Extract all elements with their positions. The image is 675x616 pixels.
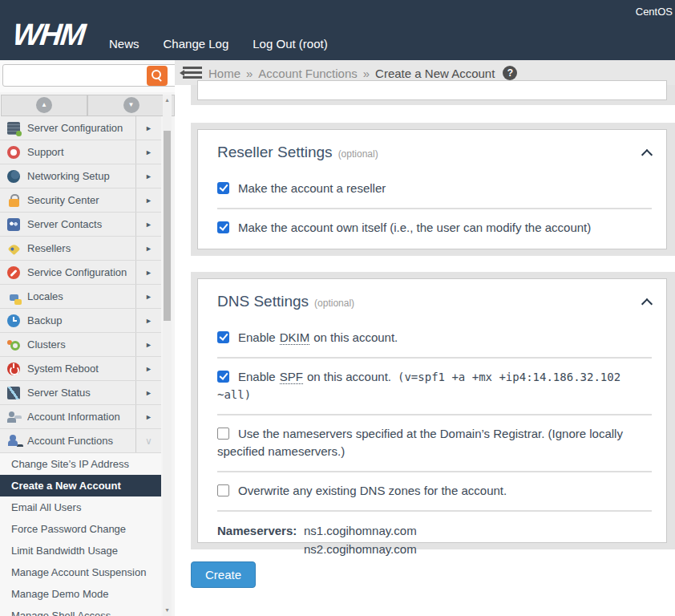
breadcrumb-separator: »: [363, 67, 370, 80]
whm-logo[interactable]: WHM: [11, 19, 86, 50]
sidebar-item-system-reboot[interactable]: System Reboot: [0, 357, 161, 381]
collapse-section-icon[interactable]: [642, 297, 652, 306]
submenu-item-label: Create a New Account: [11, 480, 121, 492]
sidebar-item-locales[interactable]: Locales: [0, 285, 161, 309]
optional-badge: (optional): [314, 298, 354, 309]
reseller-settings-title: Reseller Settings: [217, 144, 333, 161]
submenu-item-email-all-users[interactable]: Email All Users: [0, 496, 161, 518]
previous-section-remnant: [191, 85, 675, 105]
checkbox-label: Make the account a reseller: [238, 181, 386, 195]
submenu-arrow-icon: [135, 237, 161, 260]
main-content: Reseller Settings (optional) Make the ac…: [175, 85, 675, 616]
sidebar-item-networking-setup[interactable]: Networking Setup: [0, 164, 161, 188]
nameservers-label: Nameservers:: [217, 521, 304, 558]
submenu-item-label: Manage Account Suspension: [11, 566, 146, 578]
own-itself-checkbox[interactable]: [217, 221, 229, 233]
sidebar-item-label: Clusters: [27, 338, 135, 351]
sidebar-item-account-information[interactable]: Account Information: [0, 405, 161, 429]
sidebar-item-server-configuration[interactable]: Server Configuration: [0, 116, 161, 140]
sidebar-scrollbar-thumb[interactable]: [164, 131, 171, 321]
dns-settings-panel: DNS Settings (optional) EnableDKIMon thi…: [197, 278, 667, 543]
submenu-arrow-icon: [135, 333, 161, 356]
nav-log-out[interactable]: Log Out (root): [253, 37, 327, 51]
breadcrumb-separator: »: [246, 67, 253, 80]
chevron-up-icon: ▲: [36, 97, 52, 113]
sidebar-item-label: Account Functions: [27, 435, 135, 447]
submenu-arrow-icon: [135, 285, 161, 308]
submenu-item-manage-account-suspension[interactable]: Manage Account Suspension: [0, 561, 161, 583]
submenu-item-force-password-change[interactable]: Force Password Change: [0, 518, 161, 540]
backup-icon: [7, 314, 20, 327]
nav-change-log[interactable]: Change Log: [164, 37, 229, 51]
submenu-item-manage-demo-mode[interactable]: Manage Demo Mode: [0, 583, 161, 605]
optional-badge: (optional): [338, 148, 378, 160]
sidebar: ▲ ▼ Server Configuration Support Network…: [0, 92, 175, 616]
system-reboot-icon: [7, 363, 20, 375]
sidebar-scroll-up-button[interactable]: ▲: [1, 95, 87, 116]
submenu-arrow-icon: [135, 429, 161, 452]
top-header: WHM News Change Log Log Out (root) CentO…: [0, 0, 675, 60]
overwrite-dns-zones-checkbox[interactable]: [217, 484, 229, 496]
sidebar-item-account-functions[interactable]: Account Functions: [0, 429, 161, 453]
scrollbar-down-icon[interactable]: ▾: [163, 606, 172, 614]
help-icon[interactable]: ?: [503, 66, 517, 80]
nameservers-values: ns1.cogihomnay.com ns2.cogihomnay.com: [304, 521, 417, 558]
form-row: Overwrite any existing DNS zones for the…: [217, 471, 652, 510]
enable-dkim-checkbox[interactable]: [217, 331, 229, 343]
breadcrumb-home[interactable]: Home: [208, 67, 240, 80]
chevron-down-icon: ▼: [123, 97, 139, 113]
make-reseller-checkbox[interactable]: [217, 182, 229, 194]
submenu-arrow-icon: [135, 309, 161, 332]
sidebar-item-label: System Reboot: [27, 363, 135, 375]
scrollbar-up-icon[interactable]: ▴: [163, 96, 172, 103]
sidebar-item-security-center[interactable]: Security Center: [0, 188, 161, 213]
collapse-sidebar-icon[interactable]: [183, 67, 202, 79]
spf-term: SPF: [280, 370, 303, 384]
form-row: EnableSPFon this account.(v=spf1 +a +mx …: [217, 357, 652, 414]
submenu-item-manage-shell-access[interactable]: Manage Shell Access: [0, 605, 161, 616]
sidebar-item-clusters[interactable]: Clusters: [0, 333, 161, 357]
sidebar-item-label: Account Information: [27, 411, 135, 423]
form-row: Make the account a reseller: [217, 170, 652, 208]
os-label: CentOS: [636, 6, 673, 18]
submenu-item-limit-bandwidth-usage[interactable]: Limit Bandwidth Usage: [0, 540, 161, 561]
networking-setup-icon: [7, 170, 20, 183]
submenu-item-change-site-s-ip-address[interactable]: Change Site’s IP Address: [0, 453, 161, 475]
submenu-arrow-icon: [135, 405, 161, 428]
sidebar-item-label: Service Configuration: [27, 266, 135, 278]
sidebar-item-label: Support: [27, 146, 135, 158]
submenu-arrow-icon: [135, 140, 161, 164]
submenu-item-create-a-new-account[interactable]: Create a New Account: [0, 475, 161, 496]
sidebar-scrollbar[interactable]: ▴ ▾: [163, 95, 172, 616]
server-status-icon: [7, 387, 20, 399]
form-row: EnableDKIMon this account.: [217, 319, 652, 357]
submenu-arrow-icon: [135, 116, 161, 140]
enable-spf-checkbox[interactable]: [217, 371, 229, 383]
search-region: [0, 60, 175, 92]
nameserver-value: ns2.cogihomnay.com: [304, 540, 417, 558]
security-center-icon: [7, 194, 20, 207]
whm-app: WHM News Change Log Log Out (root) CentO…: [0, 0, 675, 616]
use-registrar-nameservers-checkbox[interactable]: [217, 428, 229, 440]
clusters-icon: [7, 338, 20, 351]
sidebar-menu: Server Configuration Support Networking …: [0, 116, 161, 453]
sidebar-item-backup[interactable]: Backup: [0, 309, 161, 333]
sidebar-item-service-configuration[interactable]: Service Configuration: [0, 261, 161, 285]
checkbox-label: Make the account own itself (i.e., the u…: [238, 221, 591, 234]
sidebar-item-label: Server Status: [27, 387, 135, 399]
form-row: Make the account own itself (i.e., the u…: [217, 208, 652, 247]
sidebar-scroll-down-button[interactable]: ▼: [87, 95, 175, 116]
sidebar-item-server-contacts[interactable]: Server Contacts: [0, 213, 161, 237]
search-button[interactable]: [147, 66, 168, 86]
submenu-arrow-icon: [135, 164, 161, 188]
create-button[interactable]: Create: [191, 561, 256, 588]
collapse-section-icon[interactable]: [642, 148, 652, 157]
sidebar-item-support[interactable]: Support: [0, 140, 161, 164]
breadcrumb-account-functions[interactable]: Account Functions: [258, 67, 357, 80]
sidebar-item-resellers[interactable]: Resellers: [0, 237, 161, 261]
sidebar-item-server-status[interactable]: Server Status: [0, 381, 161, 405]
search-input[interactable]: [2, 64, 198, 87]
nav-news[interactable]: News: [109, 37, 139, 51]
reseller-settings-wrap: Reseller Settings (optional) Make the ac…: [191, 123, 675, 256]
sidebar-item-label: Security Center: [27, 194, 135, 206]
